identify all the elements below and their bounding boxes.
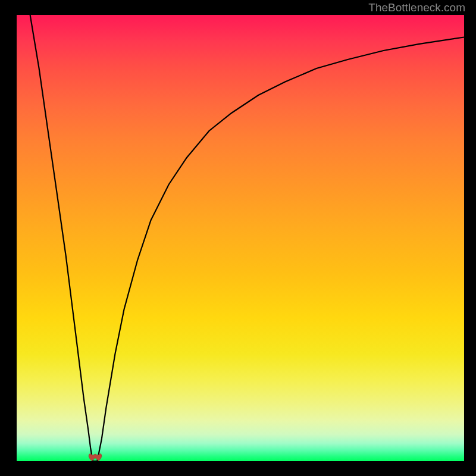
optimum-marker	[88, 453, 102, 462]
curve-plot	[17, 15, 464, 461]
watermark-text: TheBottleneck.com	[368, 1, 465, 14]
bottleneck-curve	[30, 15, 464, 461]
chart-area	[17, 15, 464, 461]
